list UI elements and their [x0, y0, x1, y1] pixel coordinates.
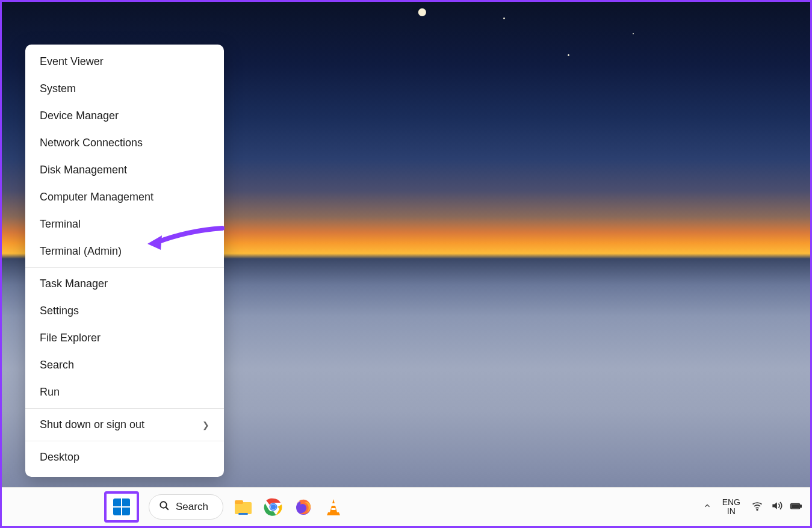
- svg-point-0: [160, 502, 167, 508]
- svg-point-12: [757, 509, 758, 511]
- menu-item-shutdown-signout[interactable]: Shut down or sign out ❯: [25, 411, 224, 438]
- taskbar-app-firefox[interactable]: [293, 497, 314, 517]
- menu-item-computer-management[interactable]: Computer Management: [25, 184, 224, 211]
- menu-item-terminal[interactable]: Terminal: [25, 211, 224, 238]
- menu-item-event-viewer[interactable]: Event Viewer: [25, 48, 224, 75]
- winx-context-menu: Event Viewer System Device Manager Netwo…: [25, 45, 224, 477]
- svg-rect-3: [235, 500, 243, 504]
- menu-item-system[interactable]: System: [25, 75, 224, 102]
- svg-rect-11: [331, 508, 335, 510]
- taskbar-search[interactable]: Search: [149, 494, 223, 520]
- chevron-right-icon: ❯: [202, 420, 209, 430]
- taskbar-app-vlc[interactable]: [323, 497, 344, 517]
- menu-item-network-connections[interactable]: Network Connections: [25, 129, 224, 157]
- svg-rect-15: [801, 505, 802, 507]
- menu-separator: [25, 408, 224, 409]
- svg-rect-10: [330, 503, 336, 506]
- menu-item-settings[interactable]: Settings: [25, 297, 224, 325]
- svg-rect-14: [792, 505, 799, 508]
- menu-separator: [25, 441, 224, 441]
- menu-item-run[interactable]: Run: [25, 379, 224, 406]
- svg-point-8: [270, 505, 276, 510]
- search-label: Search: [176, 501, 208, 513]
- language-indicator[interactable]: ENG IN: [722, 498, 740, 517]
- tray-overflow-button[interactable]: [703, 502, 711, 512]
- menu-item-task-manager[interactable]: Task Manager: [25, 270, 224, 297]
- start-button[interactable]: [113, 498, 130, 515]
- volume-icon[interactable]: [770, 500, 783, 514]
- taskbar-app-file-explorer[interactable]: [233, 497, 253, 517]
- menu-item-terminal-admin[interactable]: Terminal (Admin): [25, 238, 224, 265]
- menu-item-file-explorer[interactable]: File Explorer: [25, 325, 224, 352]
- svg-rect-4: [238, 513, 248, 515]
- svg-line-1: [166, 507, 169, 510]
- battery-icon[interactable]: [790, 500, 802, 514]
- menu-separator: [25, 267, 224, 268]
- start-button-highlight: [104, 491, 139, 523]
- menu-item-device-manager[interactable]: Device Manager: [25, 102, 224, 129]
- search-icon: [159, 500, 170, 514]
- taskbar: Search ENG IN: [2, 487, 810, 526]
- menu-item-desktop[interactable]: Desktop: [25, 444, 224, 471]
- menu-item-disk-management[interactable]: Disk Management: [25, 157, 224, 184]
- taskbar-app-chrome[interactable]: [263, 497, 284, 517]
- wifi-icon[interactable]: [751, 500, 763, 514]
- menu-item-search[interactable]: Search: [25, 352, 224, 379]
